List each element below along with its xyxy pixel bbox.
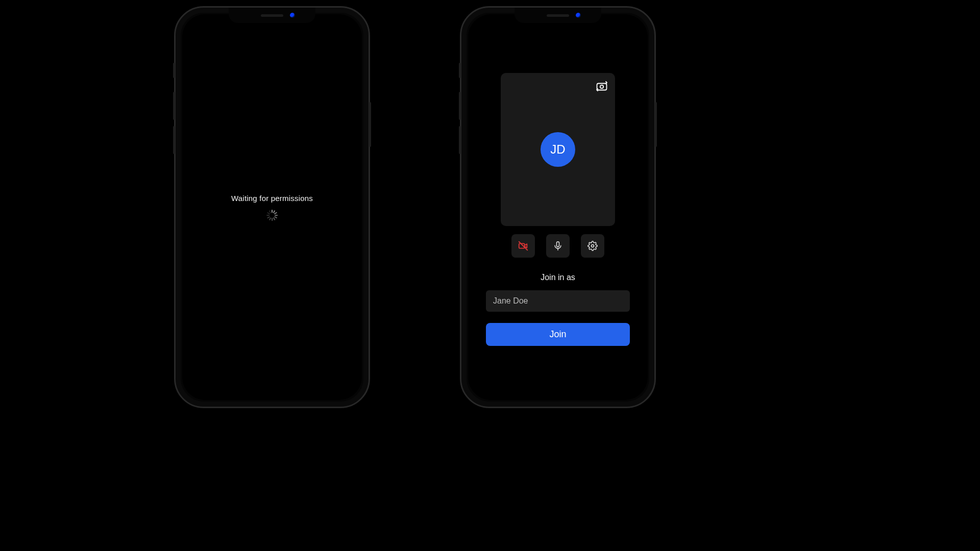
svg-line-3 <box>519 242 528 251</box>
phone-side-button <box>173 126 175 154</box>
svg-point-6 <box>592 245 594 247</box>
switch-camera-icon <box>595 80 608 92</box>
join-screen: JD <box>468 14 648 400</box>
phone-screen: JD <box>468 14 648 400</box>
spinner-icon <box>266 210 278 221</box>
avatar: JD <box>541 132 575 167</box>
toggle-camera-button[interactable] <box>511 234 535 258</box>
svg-rect-0 <box>597 84 607 90</box>
phone-side-button <box>369 102 371 147</box>
phone-mockup-loading: Waiting for permissions <box>174 6 370 408</box>
svg-point-1 <box>600 85 603 88</box>
phone-side-button <box>173 92 175 120</box>
stage: Waiting for permissions <box>0 0 980 551</box>
phone-mockup-join: JD <box>460 6 656 408</box>
microphone-icon <box>553 241 563 251</box>
camera-off-icon <box>518 240 529 252</box>
media-toolbar <box>511 234 604 258</box>
settings-button[interactable] <box>581 234 604 258</box>
join-button[interactable]: Join <box>486 323 630 346</box>
switch-camera-button[interactable] <box>595 79 609 93</box>
phone-side-button <box>655 102 657 147</box>
phone-notch <box>229 8 315 23</box>
toggle-mic-button[interactable] <box>546 234 570 258</box>
phone-notch <box>514 8 601 23</box>
phone-side-button <box>459 92 461 120</box>
phone-screen: Waiting for permissions <box>182 14 362 400</box>
avatar-initials: JD <box>550 142 565 157</box>
display-name-input[interactable] <box>486 290 630 312</box>
video-preview-card: JD <box>501 73 615 226</box>
svg-rect-4 <box>557 242 559 247</box>
join-in-as-label: Join in as <box>541 273 575 282</box>
loading-text: Waiting for permissions <box>231 194 313 203</box>
phone-side-button <box>459 126 461 154</box>
phone-side-button <box>459 63 461 78</box>
gear-icon <box>587 241 598 251</box>
loading-state: Waiting for permissions <box>182 14 362 400</box>
phone-side-button <box>173 63 175 78</box>
